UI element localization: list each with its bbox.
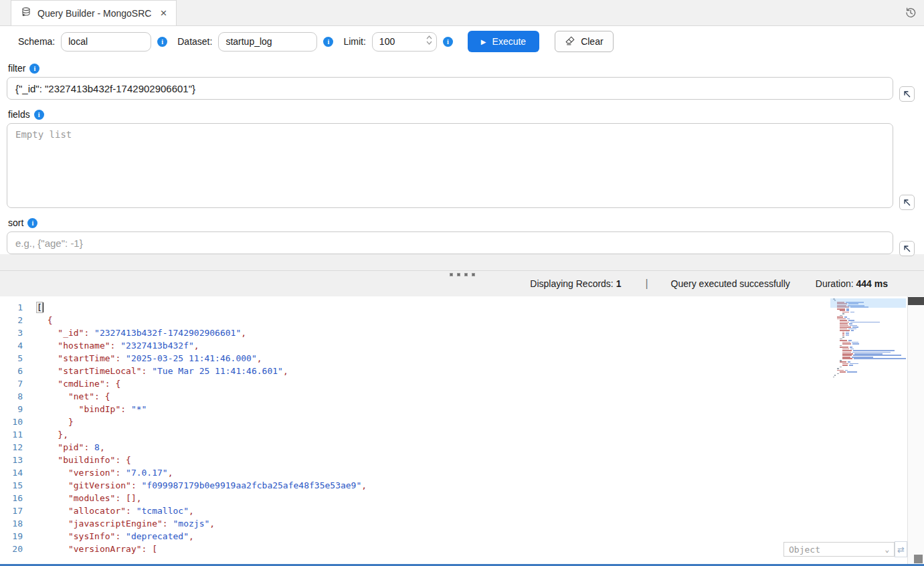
code-line: 8 "net": {	[5, 390, 924, 403]
displaying-records-value: 1	[616, 278, 622, 289]
code-line: 1[	[5, 301, 924, 314]
sort-info-icon[interactable]: i	[27, 218, 37, 228]
schema-label: Schema:	[18, 36, 55, 47]
schema-info-icon[interactable]: i	[157, 37, 167, 47]
results-panel: Displaying Records: 1 | Query executed s…	[0, 254, 924, 566]
minimap-viewport[interactable]	[830, 298, 906, 308]
dataset-label: Dataset:	[177, 36, 212, 47]
filter-label: filter	[8, 63, 25, 74]
code-line: 13 "buildinfo": {	[5, 454, 924, 466]
limit-label: Limit:	[343, 36, 365, 47]
fields-info-icon[interactable]: i	[34, 110, 44, 120]
duration-label: Duration:	[816, 278, 854, 289]
clear-button[interactable]: Clear	[555, 31, 613, 52]
code-line: 9 "bindIp": "*"	[5, 403, 924, 415]
query-toolbar: Schema: i Dataset: i Limit: i ▶ Execute	[0, 26, 924, 57]
tab-bar: Query Builder - MongoSRC ×	[0, 0, 924, 26]
history-icon[interactable]	[904, 6, 917, 19]
code-line: 7 "cmdLine": {	[5, 377, 924, 390]
dataset-info-icon[interactable]: i	[323, 37, 333, 47]
vertical-scrollbar[interactable]	[907, 296, 924, 564]
execute-button[interactable]: ▶ Execute	[468, 31, 539, 52]
tab-title: Query Builder - MongoSRC	[37, 8, 151, 19]
duration-value: 444 ms	[856, 278, 888, 289]
schema-input[interactable]	[61, 32, 151, 52]
code-line: 4 "hostname": "2327413b432f",	[5, 339, 924, 352]
filter-input[interactable]	[7, 77, 893, 100]
fields-textarea[interactable]	[7, 123, 893, 208]
limit-info-icon[interactable]: i	[443, 37, 453, 47]
eraser-icon	[565, 35, 575, 48]
filter-expand-button[interactable]	[899, 86, 915, 102]
value-type-label: Object	[789, 545, 820, 555]
play-icon: ▶	[481, 38, 486, 45]
query-builder-panel: Schema: i Dataset: i Limit: i ▶ Execute	[0, 26, 924, 254]
splitter-handle-icon[interactable]	[450, 273, 475, 276]
swap-view-button[interactable]: ⇄	[895, 541, 907, 557]
json-lines: 1[2 {3 "_id": "2327413b432f-174290290660…	[0, 296, 924, 555]
chevron-down-icon: ⌄	[885, 545, 889, 554]
code-line: 18 "javascriptEngine": "mozjs",	[5, 517, 924, 530]
displaying-records-label: Displaying Records:	[530, 278, 614, 289]
status-message: Query executed successfully	[671, 278, 790, 289]
database-icon	[21, 7, 31, 20]
code-line: 3 "_id": "2327413b432f-1742902906601",	[5, 326, 924, 339]
code-line: 2 {	[5, 314, 924, 326]
limit-stepper[interactable]	[372, 32, 437, 52]
tab-query-builder[interactable]: Query Builder - MongoSRC ×	[11, 0, 177, 25]
code-line: 16 "modules": [],	[5, 492, 924, 504]
code-line: 11 },	[5, 428, 924, 441]
scrollbar-thumb[interactable]	[908, 297, 924, 305]
scrollbar-corner	[914, 555, 923, 563]
panel-splitter[interactable]	[0, 254, 924, 271]
code-line: 10 }	[5, 415, 924, 428]
filter-info-icon[interactable]: i	[29, 64, 39, 74]
sort-label: sort	[8, 217, 23, 228]
code-line: 19 "sysInfo": "deprecated",	[5, 530, 924, 543]
code-line: 17 "allocator": "tcmalloc",	[5, 504, 924, 517]
status-separator: |	[645, 278, 648, 290]
editor-minimap[interactable]	[830, 298, 906, 392]
code-line: 15 "gitVersion": "f099987179b0e9919aa2fc…	[5, 479, 924, 492]
value-type-select[interactable]: Object ⌄	[783, 542, 895, 557]
fields-expand-button[interactable]	[899, 195, 915, 210]
code-line: 14 "version": "7.0.17",	[5, 466, 924, 479]
spinner-arrows-icon[interactable]	[426, 35, 432, 45]
code-line: 6 "startTimeLocal": "Tue Mar 25 11:41:46…	[5, 365, 924, 377]
tab-close-icon[interactable]: ×	[160, 7, 167, 19]
json-result-editor[interactable]: 1[2 {3 "_id": "2327413b432f-174290290660…	[0, 296, 924, 566]
code-line: 5 "startTime": "2025-03-25 11:41:46.000"…	[5, 352, 924, 365]
fields-label: fields	[8, 109, 30, 120]
sort-input[interactable]	[7, 231, 893, 254]
dataset-input[interactable]	[218, 32, 317, 52]
code-line: 12 "pid": 8,	[5, 441, 924, 454]
